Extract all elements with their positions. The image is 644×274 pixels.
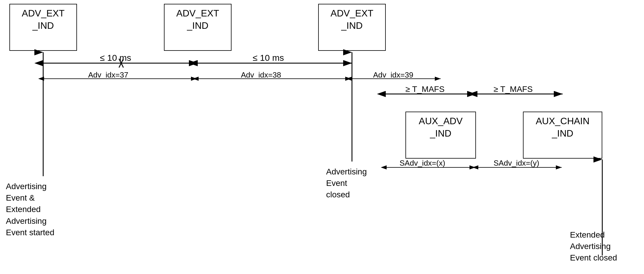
box-aux-adv-ind: AUX_ADV_IND: [405, 112, 476, 159]
annotation-event-started: Advertising Event & Extended Advertising…: [6, 181, 54, 238]
label-10ms-1: ≤ 10 ms: [100, 53, 131, 63]
label-sadv-y: SAdv_idx=(y): [494, 159, 539, 168]
label-adv-idx-39: Adv_idx=39: [373, 70, 413, 80]
box-adv-ext-ind-1: ADV_EXT_IND: [9, 4, 77, 51]
label-tmafs-2: ≥ T_MAFS: [494, 85, 533, 94]
label-10ms-2: ≤ 10 ms: [253, 53, 284, 63]
label-adv-idx-38: Adv_idx=38: [241, 70, 281, 80]
box-adv-ext-ind-2: ADV_EXT_IND: [164, 4, 232, 51]
label-adv-idx-37: Adv_idx=37: [88, 70, 128, 80]
diagram: ADV_EXT_IND ADV_EXT_IND ADV_EXT_IND AUX_…: [0, 0, 644, 274]
box-adv-ext-ind-3: ADV_EXT_IND: [318, 4, 386, 51]
box-aux-chain-ind: AUX_CHAIN_IND: [523, 112, 602, 159]
annotation-ext-event-closed: Extended Advertising Event closed: [570, 229, 617, 264]
annotation-event-closed: Advertising Event closed: [326, 166, 367, 201]
label-sadv-x: SAdv_idx=(x): [400, 159, 445, 168]
label-tmafs-1: ≥ T_MAFS: [405, 85, 445, 94]
